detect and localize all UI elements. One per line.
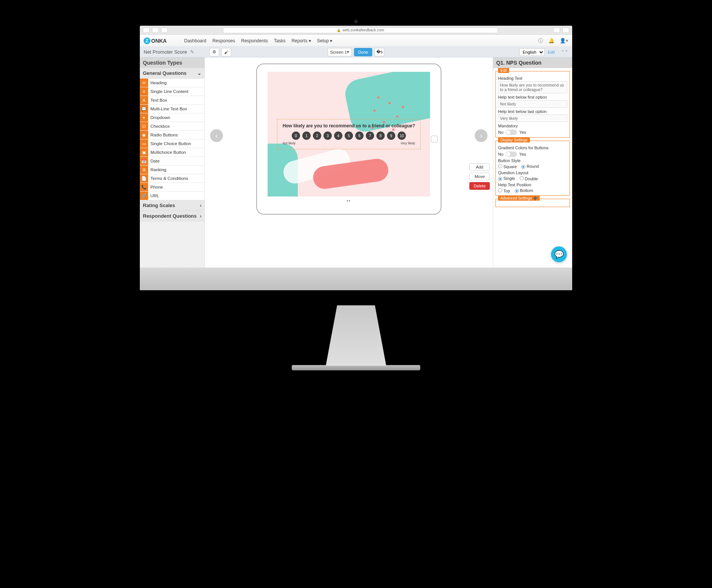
- question-type-item[interactable]: AText Box: [140, 96, 204, 105]
- question-type-item[interactable]: 📄Terms & Conditions: [140, 174, 204, 183]
- settings-button[interactable]: ⚙: [209, 48, 219, 56]
- question-type-icon: ▣: [140, 148, 148, 156]
- address-bar[interactable]: 🔒web.zonkafeedback.com: [223, 27, 498, 33]
- nps-score-8[interactable]: 8: [376, 132, 385, 140]
- theme-button[interactable]: 🖌: [221, 48, 231, 56]
- edit-legend: Edit: [498, 68, 509, 73]
- share-survey-button[interactable]: �ṡ: [375, 48, 384, 56]
- logo[interactable]: Z ONKA: [144, 37, 167, 44]
- edit-name-icon[interactable]: ✎: [190, 49, 194, 55]
- general-question-list: HHeading≡Single Line ContentAText Box💬Mu…: [140, 79, 204, 200]
- mandatory-label: Mandatory: [498, 124, 567, 128]
- main-area: Question Types General Questions⌄ HHeadi…: [140, 57, 572, 268]
- nps-score-0[interactable]: 0: [292, 132, 300, 140]
- question-type-label: Phone: [148, 185, 163, 189]
- question-type-item[interactable]: ◉Radio Buttons: [140, 131, 204, 139]
- radio-square[interactable]: Square: [498, 164, 517, 169]
- done-button[interactable]: Done: [354, 48, 372, 56]
- heading-text-input[interactable]: How likely are you to recommend us to a …: [498, 81, 567, 93]
- nps-score-9[interactable]: 9: [387, 132, 395, 140]
- nps-right-label: Very likely: [401, 141, 415, 145]
- question-type-item[interactable]: 🔗URL: [140, 192, 204, 200]
- nps-score-6[interactable]: 6: [355, 132, 364, 140]
- nps-score-10[interactable]: 10: [398, 132, 406, 140]
- question-type-item[interactable]: 💬Multi-Line Text Box: [140, 105, 204, 113]
- monitor-bezel: [140, 268, 572, 290]
- question-type-icon: ▾: [140, 113, 148, 122]
- help-icon[interactable]: ⓘ: [538, 37, 543, 44]
- nps-score-2[interactable]: 2: [313, 132, 321, 140]
- bell-icon[interactable]: 🔔: [548, 38, 554, 43]
- nav-tasks[interactable]: Tasks: [274, 38, 286, 43]
- nav-reports[interactable]: Reports ▾: [291, 38, 311, 43]
- delete-button[interactable]: Delete: [469, 182, 490, 190]
- question-type-item[interactable]: ≡Single Line Content: [140, 87, 204, 96]
- share-button[interactable]: [553, 28, 560, 33]
- radio-single[interactable]: Single: [498, 176, 515, 181]
- question-type-icon: 💬: [140, 105, 148, 113]
- gradient-toggle[interactable]: [506, 152, 517, 157]
- nav-respondents[interactable]: Respondents: [241, 38, 268, 43]
- prev-screen-button[interactable]: ‹: [210, 129, 223, 142]
- tablet-frame: How likely are you to recommend us to a …: [256, 63, 441, 215]
- question-type-icon: ☑: [140, 122, 148, 130]
- question-layout-label: Question Layout: [498, 170, 567, 175]
- question-type-label: Radio Buttons: [148, 133, 178, 137]
- question-type-label: Terms & Conditions: [148, 176, 188, 181]
- question-type-label: Heading: [148, 80, 167, 85]
- left-panel: Question Types General Questions⌄ HHeadi…: [140, 57, 205, 268]
- display-section: Display Settings Gradient Colors for But…: [495, 141, 570, 196]
- add-button[interactable]: Add: [469, 163, 490, 171]
- question-type-label: Multi-Line Text Box: [148, 107, 187, 111]
- nps-score-7[interactable]: 7: [366, 132, 374, 140]
- chevron-right-icon: ›: [200, 203, 201, 208]
- edit-lang-link[interactable]: Edit: [548, 50, 555, 54]
- new-tab-button[interactable]: [562, 28, 569, 33]
- screen-select[interactable]: Screen 1 ▾: [328, 48, 352, 56]
- chat-widget[interactable]: 💬: [551, 246, 567, 262]
- question-type-item[interactable]: 📞Phone: [140, 183, 204, 192]
- tablet-home-button: [431, 136, 438, 142]
- nav-responses[interactable]: Responses: [212, 38, 235, 43]
- question-type-icon: ≡: [140, 87, 148, 96]
- radio-double[interactable]: Double: [520, 176, 538, 181]
- page-indicator: ••: [268, 199, 430, 203]
- preview-canvas: ‹ How likely ar: [205, 57, 493, 268]
- section-rating[interactable]: Rating Scales›: [140, 200, 204, 211]
- nav-setup[interactable]: Setup ▾: [317, 38, 333, 43]
- nps-score-5[interactable]: 5: [345, 132, 353, 140]
- nps-question-block[interactable]: How likely are you to recommend us to a …: [277, 119, 421, 149]
- question-type-item[interactable]: HHeading: [140, 79, 204, 87]
- back-button[interactable]: [143, 28, 150, 33]
- advanced-section[interactable]: Advanced Settings ➕: [495, 199, 570, 207]
- question-type-item[interactable]: ▭Single Choice Button: [140, 139, 204, 148]
- tabs-button[interactable]: [161, 28, 168, 33]
- question-type-item[interactable]: ≣Ranking: [140, 166, 204, 174]
- nps-score-1[interactable]: 1: [302, 132, 311, 140]
- right-panel-title: Q1. NPS Question: [493, 57, 572, 68]
- question-type-item[interactable]: ▾Dropdown: [140, 113, 204, 122]
- mandatory-toggle[interactable]: [506, 130, 517, 135]
- chevron-down-icon: ▾: [330, 38, 332, 43]
- language-select[interactable]: English: [519, 48, 545, 56]
- nps-score-3[interactable]: 3: [323, 132, 332, 140]
- section-respondent[interactable]: Respondent Questions›: [140, 211, 204, 221]
- collapse-icon[interactable]: ⌃⌃: [561, 50, 568, 55]
- monitor-stand: [318, 305, 394, 366]
- question-type-item[interactable]: ▣Multichoice Button: [140, 148, 204, 157]
- radio-round[interactable]: Round: [521, 164, 539, 169]
- question-type-label: Date: [148, 159, 159, 163]
- move-button[interactable]: Move: [469, 173, 490, 180]
- help-last-input[interactable]: Very likely: [498, 115, 567, 122]
- radio-top[interactable]: Top: [498, 188, 510, 193]
- section-general[interactable]: General Questions⌄: [140, 68, 204, 79]
- forward-button[interactable]: [152, 28, 159, 33]
- radio-bottom[interactable]: Bottom: [515, 188, 533, 193]
- user-menu-icon[interactable]: 👤▾: [560, 38, 568, 43]
- question-type-item[interactable]: 📅Date: [140, 157, 204, 166]
- help-first-input[interactable]: Not likely: [498, 100, 567, 108]
- nps-score-4[interactable]: 4: [334, 132, 342, 140]
- question-type-item[interactable]: ☑Checkbox: [140, 122, 204, 131]
- nav-dashboard[interactable]: Dashboard: [184, 38, 206, 43]
- next-screen-button[interactable]: ›: [475, 129, 488, 142]
